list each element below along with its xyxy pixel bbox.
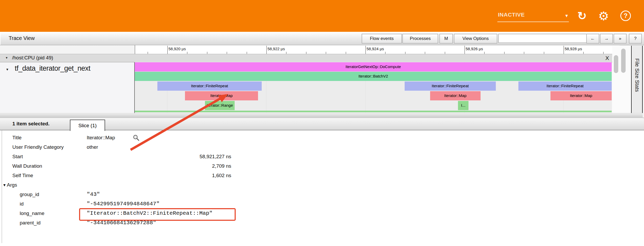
ruler-minor-tick: [583, 52, 584, 54]
toolbar-button-view-options[interactable]: View Options: [454, 34, 497, 43]
detail-value: 2,709 ns: [87, 163, 231, 169]
nav-button-prev[interactable]: ←: [586, 34, 599, 43]
ruler-minor-tick: [326, 52, 326, 54]
help-icon[interactable]: ?: [619, 9, 632, 23]
divider: [642, 46, 643, 118]
detail-label: Title: [12, 135, 22, 141]
selection-status: 1 item selected.: [12, 121, 50, 127]
ruler-minor-tick: [247, 52, 247, 54]
annotation-highlight-box: [79, 208, 236, 221]
arg-label: long_name: [20, 211, 44, 216]
ruler-minor-tick: [524, 52, 524, 54]
trace-toolbar: Trace View Flow eventsProcessesMView Opt…: [0, 32, 644, 45]
vertical-scrollbar-thumb[interactable]: [621, 49, 626, 73]
trace-slice-iterator-map[interactable]: Iterator::Map: [550, 91, 612, 100]
ruler-tick-label: 58,924 µs: [367, 47, 384, 51]
trace-slice-iterator-finiterepeat[interactable]: Iterator::FiniteRepeat: [405, 81, 496, 91]
ruler-minor-tick: [346, 52, 346, 54]
nav-button-more[interactable]: »: [614, 34, 626, 43]
arg-label: parent_id: [20, 220, 40, 226]
detail-row-wall-duration: Wall Duration2,709 ns: [0, 162, 644, 171]
ruler-major-tick: [465, 46, 465, 54]
panel-title: Trace View: [9, 35, 35, 41]
detail-label: User Friendly Category: [12, 144, 64, 150]
ruler-minor-tick: [286, 52, 286, 54]
ruler-minor-tick: [544, 52, 544, 54]
detail-row-self-time: Self Time1,602 ns: [0, 171, 644, 181]
trace-bottom-strip: [0, 113, 643, 118]
scrollbar-zone: [612, 46, 631, 113]
trace-slice-iterator-finiterepeat[interactable]: Iterator::FiniteRepeat: [518, 81, 612, 91]
collapse-triangle-icon[interactable]: ▾: [6, 56, 8, 60]
ruler-minor-tick: [227, 52, 227, 54]
arg-label: group_id: [20, 192, 39, 197]
process-label: /host:CPU (pid 49): [12, 55, 53, 61]
timeline-track[interactable]: IteratorGetNextOp::DoComputeIterator::Ba…: [135, 62, 612, 113]
trace-panel: 58,920 µs58,922 µs58,924 µs58,926 µs58,9…: [0, 45, 644, 118]
trace-slice-i-[interactable]: I...: [458, 101, 468, 110]
detail-row-user-friendly-category: User Friendly Categoryother: [0, 143, 644, 152]
run-selector-value: INACTIVE: [498, 12, 525, 18]
ruler-minor-tick: [445, 52, 445, 54]
nav-button-next[interactable]: →: [600, 34, 613, 43]
trace-slice-iterator-batchv2[interactable]: Iterator::BatchV2: [135, 72, 612, 81]
trace-slice-strip[interactable]: [135, 111, 612, 112]
detail-label: Start: [12, 154, 23, 160]
trace-viewer-app: INACTIVE ▾ ↻ ⚙ ? Trace View Flow eventsP…: [0, 0, 644, 246]
thread-label: tf_data_iterator_get_next: [15, 64, 90, 73]
arg-value: "-5429951974994848647": [87, 201, 159, 207]
tab-file-size-stats[interactable]: File Size Stats: [632, 46, 642, 118]
ruler-minor-tick: [207, 52, 207, 54]
trace-slice-iterator-finiterepeat[interactable]: Iterator::FiniteRepeat: [157, 81, 262, 91]
chevron-down-icon: ▾: [565, 13, 568, 19]
trace-slice-iterator-range[interactable]: Iterator::Range: [205, 101, 235, 110]
details-body: TitleIterator::MapUser Friendly Category…: [0, 130, 644, 228]
ruler-major-tick: [365, 46, 366, 54]
args-section-header[interactable]: ▼Args: [0, 181, 644, 190]
ruler-minor-tick: [504, 52, 504, 54]
ruler-minor-tick: [405, 52, 405, 54]
detail-value: other: [87, 144, 98, 150]
detail-value: 58,921,227 ns: [87, 154, 231, 160]
ruler-major-tick: [564, 46, 564, 54]
ruler-minor-tick: [148, 52, 148, 54]
trace-slice-iterator-map[interactable]: Iterator::Map: [185, 91, 258, 100]
detail-value: 1,602 ns: [87, 173, 231, 178]
vertical-scrollbar-thumb[interactable]: [614, 55, 618, 73]
detail-row-start: Start58,921,227 ns: [0, 152, 644, 162]
tab-slice[interactable]: Slice (1): [70, 120, 105, 131]
ruler-tick-label: 58,928 µs: [565, 47, 582, 51]
close-icon[interactable]: X: [603, 54, 611, 62]
collapse-triangle-icon[interactable]: ▼: [3, 183, 6, 187]
toolbar-button-m[interactable]: M: [440, 34, 453, 43]
ruler-tick-label: 58,922 µs: [267, 47, 285, 51]
ruler-minor-tick: [385, 52, 385, 54]
thread-header[interactable]: ▾ tf_data_iterator_get_next: [0, 62, 135, 113]
ruler-minor-tick: [306, 52, 306, 54]
detail-label: Self Time: [12, 173, 33, 178]
arg-row-group_id: group_id"43": [0, 190, 644, 199]
args-label: Args: [7, 182, 17, 188]
refresh-icon[interactable]: ↻: [575, 9, 589, 23]
arg-label: id: [20, 201, 24, 207]
ruler-major-tick: [167, 46, 168, 54]
gear-icon[interactable]: ⚙: [597, 9, 610, 23]
magnifier-icon[interactable]: [133, 134, 140, 142]
ruler-tick-label: 58,926 µs: [466, 47, 483, 51]
arg-row-id: id"-5429951974994848647": [0, 199, 644, 209]
file-size-stats-label: File Size Stats: [634, 58, 640, 92]
collapse-triangle-icon[interactable]: ▾: [6, 67, 8, 72]
toolbar-button-processes[interactable]: Processes: [403, 34, 438, 43]
ruler-minor-tick: [603, 52, 604, 54]
toolbar-button-flow-events[interactable]: Flow events: [362, 34, 402, 43]
process-row-host-cpu[interactable]: ▾ /host:CPU (pid 49) X: [0, 54, 612, 62]
ruler-major-tick: [266, 46, 267, 54]
nav-button-help[interactable]: ?: [629, 34, 642, 43]
ruler-minor-tick: [484, 52, 485, 54]
trace-slice-iterator-map[interactable]: Iterator::Map: [430, 91, 481, 100]
ruler-tick-label: 58,920 µs: [168, 47, 186, 51]
arg-row-long_name: long_name"Iterator::BatchV2::FiniteRepea…: [0, 209, 644, 218]
run-selector[interactable]: INACTIVE ▾: [497, 11, 569, 22]
search-input[interactable]: [498, 34, 589, 43]
trace-slice-iteratorgetnextop-docompute[interactable]: IteratorGetNextOp::DoCompute: [135, 62, 612, 71]
